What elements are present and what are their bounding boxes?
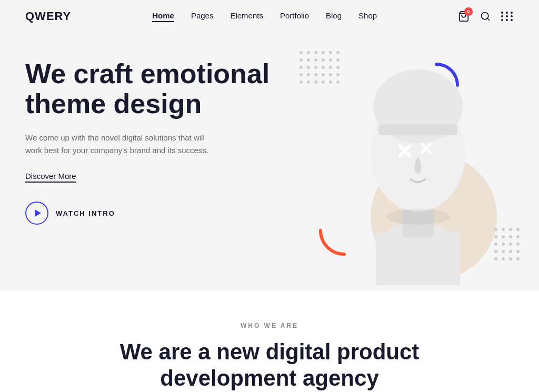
svg-point-63	[386, 209, 450, 225]
svg-point-38	[502, 235, 505, 238]
svg-point-10	[307, 58, 310, 62]
play-icon	[35, 209, 41, 217]
svg-point-39	[509, 235, 512, 238]
nav-links: Home Pages Elements Portfolio Blog Shop	[152, 11, 377, 22]
grid-menu-button[interactable]	[501, 12, 514, 21]
svg-point-24	[322, 73, 325, 76]
svg-point-27	[300, 81, 303, 84]
navbar: QWERY Home Pages Elements Portfolio Blog…	[0, 0, 539, 33]
svg-point-6	[322, 51, 325, 54]
discover-more-link[interactable]: Discover More	[25, 172, 76, 183]
svg-point-21	[300, 73, 303, 76]
svg-point-13	[329, 58, 332, 62]
svg-point-25	[329, 73, 332, 76]
svg-point-36	[516, 228, 520, 231]
hero-section: We craft emotional theme design We come …	[0, 33, 539, 290]
svg-point-50	[502, 257, 505, 260]
svg-point-16	[307, 66, 310, 69]
grid-icon	[501, 12, 514, 21]
svg-point-34	[502, 228, 505, 231]
svg-point-40	[516, 235, 520, 238]
cart-badge: 0	[464, 7, 473, 16]
who-label: WHO WE ARE	[25, 322, 514, 329]
svg-point-7	[329, 51, 332, 54]
play-circle	[25, 202, 48, 225]
svg-point-9	[300, 58, 303, 62]
svg-point-48	[516, 250, 520, 253]
svg-line-2	[487, 18, 490, 21]
nav-item-portfolio[interactable]: Portfolio	[280, 11, 309, 22]
watch-intro-button[interactable]: Watch InTRO	[25, 202, 115, 225]
svg-rect-58	[378, 125, 457, 135]
search-button[interactable]	[480, 11, 491, 22]
logo[interactable]: QWERY	[25, 9, 71, 23]
statue-image	[339, 33, 497, 290]
svg-point-23	[314, 73, 317, 76]
svg-point-22	[307, 73, 310, 76]
svg-point-30	[322, 81, 325, 84]
svg-point-52	[516, 257, 520, 260]
svg-rect-54	[376, 233, 460, 285]
svg-point-31	[329, 81, 332, 84]
svg-point-17	[314, 66, 317, 69]
hero-title: We craft emotional theme design	[25, 59, 278, 119]
search-icon	[480, 11, 491, 22]
hero-content: We craft emotional theme design We come …	[25, 48, 278, 225]
nav-item-home[interactable]: Home	[152, 11, 174, 22]
svg-point-51	[509, 257, 512, 260]
who-title: We are a new digital product development…	[25, 339, 514, 392]
svg-point-35	[509, 228, 512, 231]
nav-item-blog[interactable]: Blog	[326, 11, 342, 22]
svg-point-12	[322, 58, 325, 62]
dot-pattern-bottom-right	[492, 225, 534, 264]
svg-point-47	[509, 250, 512, 253]
svg-point-29	[314, 81, 317, 84]
svg-point-42	[502, 243, 505, 246]
nav-item-elements[interactable]: Elements	[230, 11, 263, 22]
svg-point-3	[300, 51, 303, 54]
svg-point-46	[502, 250, 505, 253]
nav-item-shop[interactable]: Shop	[358, 11, 377, 22]
svg-point-43	[509, 243, 512, 246]
hero-image-area: // dots rendered in SVG below	[265, 33, 539, 290]
svg-point-44	[516, 243, 520, 246]
svg-point-19	[329, 66, 332, 69]
hero-subtitle: We come up with the novel digital soluti…	[25, 132, 215, 157]
svg-point-18	[322, 66, 325, 69]
nav-item-pages[interactable]: Pages	[191, 11, 214, 22]
svg-point-15	[300, 66, 303, 69]
who-section: WHO WE ARE We are a new digital product …	[0, 290, 539, 392]
svg-point-5	[314, 51, 317, 54]
svg-point-4	[307, 51, 310, 54]
svg-point-28	[307, 81, 310, 84]
cart-button[interactable]: 0	[458, 11, 470, 22]
watch-intro-label: Watch InTRO	[56, 209, 115, 217]
nav-icons: 0	[458, 11, 514, 22]
svg-point-11	[314, 58, 317, 62]
